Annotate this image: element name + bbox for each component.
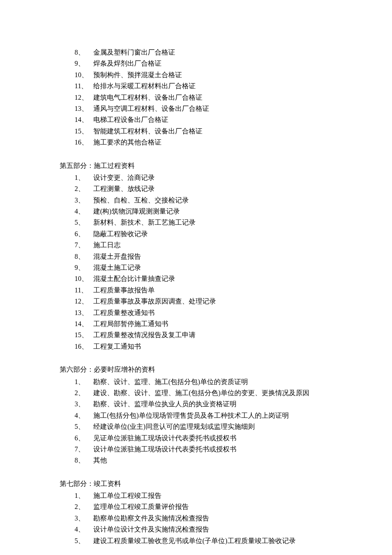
section-heading: 第七部分：竣工资料 — [60, 478, 332, 489]
item-number: 1、 — [75, 172, 93, 183]
list-item: 7、施工日志 — [75, 240, 332, 251]
list-item: 3、预检、自检、互检、交接检记录 — [75, 195, 332, 206]
list-item: 4、施工(包括分包)单位现场管理售货员及各工种技术工人的上岗证明 — [75, 410, 332, 421]
item-text: 混凝土开盘报告 — [93, 251, 332, 262]
item-number: 5、 — [75, 217, 93, 228]
item-number: 10、 — [75, 69, 93, 81]
list-item: 10、混凝土配合比计量抽查记录 — [75, 273, 332, 284]
list-item: 11、给排水与采暖工程材料出厂合格证 — [75, 81, 332, 92]
list-item: 5、建设工程质量竣工验收意见书或单位(子单位)工程质量竣工验收记录 — [75, 535, 332, 546]
list-item: 9、混凝土施工记录 — [75, 262, 332, 273]
list-item: 15、智能建筑工程材料、设备出厂合格证 — [75, 126, 332, 137]
item-number: 14、 — [75, 114, 93, 125]
item-text: 建(构)筑物沉降观测测量记录 — [93, 206, 332, 217]
item-number: 3、 — [75, 513, 93, 524]
list-item: 13、工程质量整改通知书 — [75, 307, 332, 318]
item-text: 混凝土配合比计量抽查记录 — [93, 273, 332, 284]
item-number: 2、 — [75, 501, 93, 512]
item-number: 1、 — [75, 490, 93, 501]
item-text: 工程测量、放线记录 — [93, 183, 332, 194]
section-heading: 第六部分：必要时应增补的资料 — [60, 364, 332, 375]
item-text: 勘察单位勘察文件及实施情况检查报告 — [93, 513, 332, 524]
item-number: 10、 — [75, 273, 93, 284]
item-number: 13、 — [75, 307, 93, 318]
item-number: 5、 — [75, 421, 93, 432]
item-text: 见证单位派驻施工现场设计代表委托书或授权书 — [93, 433, 332, 444]
section-block: 第七部分：竣工资料1、施工单位工程竣工报告2、监理单位工程竣工质量评价报告3、勘… — [60, 478, 332, 546]
sections-container: 第五部分：施工过程资料1、设计变更、洽商记录2、工程测量、放线记录3、预检、自检… — [60, 160, 332, 547]
item-text: 施工(包括分包)单位现场管理售货员及各工种技术工人的上岗证明 — [93, 410, 332, 421]
list-item: 6、隐蔽工程验收记录 — [75, 228, 332, 240]
item-text: 通风与空调工程材料、设备出厂合格证 — [93, 103, 332, 114]
item-text: 工程质量事故报告单 — [93, 285, 332, 296]
list-item: 8、金属及塑料门窗出厂合格证 — [75, 47, 332, 58]
list-item: 7、设计单位派驻施工现场设计代表委托书或授权书 — [75, 444, 332, 455]
list-item: 3、勘察、设计、监理单位执业人员的执业资格证明 — [75, 399, 332, 410]
item-text: 预制构件、预拌混凝土合格证 — [93, 69, 332, 81]
item-text: 隐蔽工程验收记录 — [93, 228, 332, 240]
item-number: 3、 — [75, 195, 93, 206]
item-number: 2、 — [75, 183, 93, 194]
item-text: 混凝土施工记录 — [93, 262, 332, 273]
item-number: 6、 — [75, 433, 93, 444]
list-item: 16、工程复工通知书 — [75, 341, 332, 352]
item-number: 12、 — [75, 92, 93, 103]
list-item: 8、其他 — [75, 455, 332, 466]
list-item: 14、电梯工程设备出厂合格证 — [75, 114, 332, 125]
item-text: 建筑电气工程材料、设备出厂合格证 — [93, 92, 332, 103]
list-item: 11、工程质量事故报告单 — [75, 285, 332, 296]
item-number: 15、 — [75, 126, 93, 137]
item-number: 9、 — [75, 58, 93, 69]
item-list: 1、勘察、设计、监理、施工(包括分包)单位的资质证明2、建设、勘察、设计、监理、… — [75, 376, 332, 466]
item-number: 4、 — [75, 410, 93, 421]
item-list: 1、设计变更、洽商记录2、工程测量、放线记录3、预检、自检、互检、交接检记录4、… — [75, 172, 332, 352]
item-number: 11、 — [75, 285, 93, 296]
item-text: 经建设单位(业主)同意认可的监理规划或监理实施细则 — [93, 421, 332, 432]
item-number: 16、 — [75, 341, 93, 352]
item-text: 工程复工通知书 — [93, 341, 332, 352]
list-item: 5、新材料、新技术、新工艺施工记录 — [75, 217, 332, 228]
list-item: 2、工程测量、放线记录 — [75, 183, 332, 194]
item-text: 施工单位工程竣工报告 — [93, 490, 332, 501]
list-item: 13、通风与空调工程材料、设备出厂合格证 — [75, 103, 332, 114]
item-text: 设计变更、洽商记录 — [93, 172, 332, 183]
list-item: 12、建筑电气工程材料、设备出厂合格证 — [75, 92, 332, 103]
item-number: 7、 — [75, 444, 93, 455]
item-text: 给排水与采暖工程材料出厂合格证 — [93, 81, 332, 92]
item-text: 工程质量整改情况报告及复工申请 — [93, 330, 332, 341]
item-number: 4、 — [75, 524, 93, 535]
list-item: 1、勘察、设计、监理、施工(包括分包)单位的资质证明 — [75, 376, 332, 387]
item-number: 11、 — [75, 81, 93, 92]
item-number: 8、 — [75, 47, 93, 58]
item-text: 工程质量事故及事故原因调查、处理记录 — [93, 296, 332, 307]
list-item: 4、建(构)筑物沉降观测测量记录 — [75, 206, 332, 217]
item-text: 建设、勘察、设计、监理、施工(包括分色)单位的变更、更换情况及原因 — [93, 387, 332, 399]
item-text: 工程局部暂停施工通知书 — [93, 318, 332, 330]
list-item: 5、经建设单位(业主)同意认可的监理规划或监理实施细则 — [75, 421, 332, 432]
item-number: 5、 — [75, 535, 93, 546]
item-number: 14、 — [75, 318, 93, 330]
list-item: 12、工程质量事故及事故原因调查、处理记录 — [75, 296, 332, 307]
list-item: 8、混凝土开盘报告 — [75, 251, 332, 262]
item-number: 8、 — [75, 251, 93, 262]
item-number: 15、 — [75, 330, 93, 341]
item-text: 焊条及焊剂出厂合格证 — [93, 58, 332, 69]
list-item: 1、设计变更、洽商记录 — [75, 172, 332, 183]
item-number: 12、 — [75, 296, 93, 307]
list-item: 14、工程局部暂停施工通知书 — [75, 318, 332, 330]
item-text: 金属及塑料门窗出厂合格证 — [93, 47, 332, 58]
item-text: 勘察、设计、监理单位执业人员的执业资格证明 — [93, 399, 332, 410]
item-number: 3、 — [75, 399, 93, 410]
item-list: 1、施工单位工程竣工报告2、监理单位工程竣工质量评价报告3、勘察单位勘察文件及实… — [75, 490, 332, 546]
item-text: 设计单位派驻施工现场设计代表委托书或授权书 — [93, 444, 332, 455]
list-item: 2、建设、勘察、设计、监理、施工(包括分色)单位的变更、更换情况及原因 — [75, 387, 332, 399]
list-item: 4、设计单位设计文件及实施情况检查报告 — [75, 524, 332, 535]
item-number: 7、 — [75, 240, 93, 251]
list-item: 15、工程质量整改情况报告及复工申请 — [75, 330, 332, 341]
item-number: 2、 — [75, 387, 93, 399]
list-item: 1、施工单位工程竣工报告 — [75, 490, 332, 501]
list-item: 16、施工要求的其他合格证 — [75, 137, 332, 148]
item-text: 建设工程质量竣工验收意见书或单位(子单位)工程质量竣工验收记录 — [93, 535, 332, 546]
item-text: 电梯工程设备出厂合格证 — [93, 114, 332, 125]
item-text: 工程质量整改通知书 — [93, 307, 332, 318]
